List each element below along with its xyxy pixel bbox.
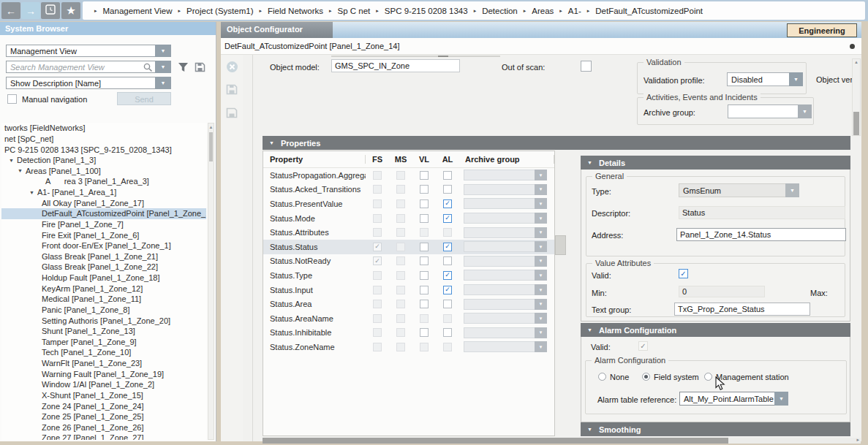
dropdown-arrow-icon[interactable]: ▼ <box>535 198 547 209</box>
tree-item[interactable]: Medical [Panel_1_Zone_11] <box>1 294 206 305</box>
column-ms[interactable]: MS <box>389 155 412 164</box>
tree-item[interactable]: net [SpC_net] <box>1 134 206 145</box>
archive-group-dropdown[interactable]: ▼ <box>464 256 547 267</box>
save-icon[interactable] <box>226 84 238 96</box>
tree-item[interactable]: Shunt [Panel_1_Zone_13] <box>1 326 206 337</box>
scroll-up-icon[interactable]: ▲ <box>208 125 214 129</box>
column-archive-group[interactable]: Archive group <box>459 155 554 164</box>
al-checkbox[interactable] <box>443 328 452 337</box>
archive-group-dropdown[interactable]: ▼ <box>464 213 547 224</box>
property-row[interactable]: Status.Area▼ <box>263 297 554 311</box>
tree-item[interactable]: DetFault_ATcustomizedPoint [Panel_1_Zone… <box>1 208 206 219</box>
forward-button[interactable]: → <box>21 2 40 19</box>
tree-item[interactable]: Glass Break [Panel_1_Zone_22] <box>1 262 206 273</box>
fs-checkbox[interactable]: ✓ <box>373 243 382 251</box>
tree-item[interactable]: X-Shunt [Panel_1_Zone_15] <box>1 390 206 401</box>
breadcrumb-item[interactable]: SPC 9-215 0208 1343 <box>385 7 468 15</box>
back-button[interactable]: ← <box>1 2 20 19</box>
archive-group-dropdown[interactable]: ▼ <box>464 198 547 209</box>
tree-item[interactable]: Window 1/Al [Panel_1_Zone_2] <box>1 379 206 390</box>
tree-item[interactable]: Glass Break [Panel_1_Zone_21] <box>1 251 206 262</box>
vl-checkbox[interactable] <box>420 171 429 180</box>
property-row[interactable]: Status.Attributes▼ <box>263 225 554 240</box>
tree-scrollbar[interactable]: ▲ <box>208 123 214 440</box>
search-icon[interactable] <box>143 63 153 74</box>
tree-item[interactable]: Zone 25 [Panel_1_Zone_25] <box>1 411 206 422</box>
scroll-up-icon[interactable]: ▲ <box>853 60 860 64</box>
breadcrumb-item[interactable]: Areas <box>532 7 554 15</box>
search-options-arrow-icon[interactable]: ▼ <box>155 61 171 73</box>
tree-item[interactable]: WarnFlt [Panel_1_Zone_23] <box>1 358 206 369</box>
tree-item[interactable]: A rea 3 [Panel_1_Area_3] <box>1 176 206 187</box>
breadcrumb-item[interactable]: Sp C net <box>338 7 371 15</box>
breadcrumb-item[interactable]: Field Networks <box>268 7 323 15</box>
breadcrumb-item[interactable]: Project (System1) <box>186 7 253 15</box>
tree-item[interactable]: All Okay [Panel_1_Zone_17] <box>1 197 206 208</box>
dropdown-arrow-icon[interactable]: ▼ <box>774 392 788 406</box>
al-checkbox[interactable]: ✓ <box>443 243 452 251</box>
radio-management-station[interactable] <box>704 373 712 381</box>
dropdown-arrow-icon[interactable]: ▼ <box>535 241 547 252</box>
min-field[interactable]: 0 <box>679 286 765 297</box>
archive-group-dropdown[interactable]: ▼ <box>464 284 547 295</box>
al-checkbox[interactable]: ✓ <box>443 199 452 208</box>
horizontal-scrollbar[interactable]: ▸ <box>263 438 861 444</box>
al-checkbox[interactable] <box>443 256 452 265</box>
engineering-mode-button[interactable]: Engineering <box>787 23 857 37</box>
manual-navigation-checkbox[interactable] <box>7 94 17 104</box>
dropdown-arrow-icon[interactable]: ▼ <box>535 227 547 238</box>
save-search-icon[interactable] <box>195 62 205 74</box>
property-row[interactable]: Status.ZoneName▼ <box>263 340 554 354</box>
out-of-scan-checkbox[interactable] <box>581 61 592 72</box>
column-vl[interactable]: VL <box>412 155 436 164</box>
radio-field-system-label[interactable]: Field system <box>654 373 699 381</box>
tree-item[interactable]: Fire [Panel_1_Zone_7] <box>1 219 206 230</box>
dropdown-arrow-icon[interactable]: ▼ <box>535 170 547 180</box>
tree-item[interactable]: ▼Detection [Panel_1_3] <box>1 155 206 166</box>
radio-management-station-label[interactable]: Management station <box>716 373 789 381</box>
tree-item[interactable]: Panic [Panel_1_Zone_8] <box>1 305 206 316</box>
descriptor-field[interactable]: Status <box>679 206 845 219</box>
archive-group-dropdown[interactable]: ▼ <box>464 270 547 281</box>
details-section-header[interactable]: ▼ Details <box>581 156 850 170</box>
al-checkbox[interactable] <box>443 171 452 180</box>
column-fs[interactable]: FS <box>366 155 389 164</box>
vl-checkbox[interactable] <box>420 286 429 294</box>
smoothing-section-header[interactable]: ▼ Smoothing <box>581 422 850 436</box>
pin-icon[interactable] <box>850 44 855 49</box>
archive-group-dropdown[interactable]: ▼ <box>464 170 547 180</box>
property-row[interactable]: Status.NotReady✓▼ <box>263 254 554 269</box>
breadcrumb-item[interactable]: A1- <box>568 7 581 15</box>
description-mode-dropdown[interactable]: Show Description [Name] ▼ <box>6 77 171 89</box>
dropdown-arrow-icon[interactable]: ▼ <box>155 77 171 89</box>
dropdown-arrow-icon[interactable]: ▼ <box>535 313 547 324</box>
tab-object-configurator[interactable]: Object Configurator <box>221 22 333 38</box>
alarm-valid-checkbox[interactable]: ✓ <box>638 341 648 351</box>
archive-group-dropdown[interactable]: ▼ <box>464 227 547 238</box>
archive-group-dropdown[interactable]: ▼ <box>728 104 812 118</box>
al-checkbox[interactable] <box>443 185 452 194</box>
vl-checkbox[interactable] <box>420 243 429 251</box>
breadcrumb-item[interactable]: DetFault_ATcustomizedPoint <box>595 7 703 15</box>
object-model-field[interactable]: GMS_SPC_IN_Zone <box>331 59 460 72</box>
dropdown-arrow-icon[interactable]: ▼ <box>155 45 171 57</box>
al-checkbox[interactable] <box>443 300 452 308</box>
property-row[interactable]: StatusPropagation.Aggregat▼ <box>263 168 554 183</box>
dropdown-arrow-icon[interactable]: ▼ <box>535 213 547 224</box>
tree-item[interactable]: Holdup Fault [Panel_1_Zone_18] <box>1 273 206 284</box>
favorites-button[interactable]: ★ <box>61 2 80 19</box>
address-field[interactable]: Panel_1_Zone_14.Status <box>676 228 846 241</box>
text-group-field[interactable]: TxG_Prop_Zone_Status <box>674 303 810 316</box>
dropdown-arrow-icon[interactable]: ▼ <box>535 299 547 310</box>
tree-item[interactable]: tworks [FieldNetworks] <box>1 123 206 134</box>
filter-icon[interactable] <box>178 62 189 74</box>
vl-checkbox[interactable] <box>420 300 429 308</box>
form-divider-handle[interactable] <box>438 56 448 57</box>
discard-changes-icon[interactable] <box>226 61 238 75</box>
property-row[interactable]: Status.Inhibitable▼ <box>263 326 554 341</box>
dropdown-arrow-icon[interactable]: ▼ <box>535 184 547 195</box>
send-button[interactable]: Send <box>117 92 171 105</box>
archive-group-dropdown[interactable]: ▼ <box>464 184 547 195</box>
dropdown-arrow-icon[interactable]: ▼ <box>535 270 547 281</box>
tree-item[interactable]: ▼Areas [Panel_1_100] <box>1 166 206 177</box>
